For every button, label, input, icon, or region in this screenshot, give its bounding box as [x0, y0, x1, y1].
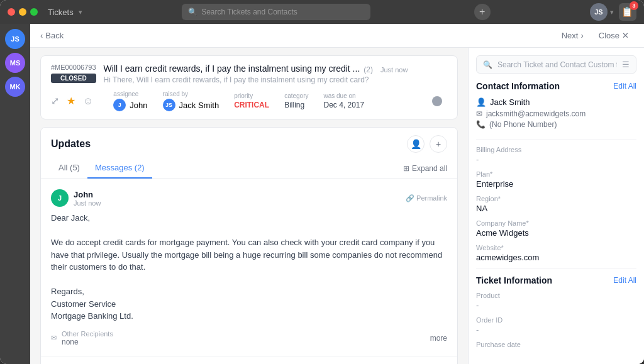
- back-label: Back: [45, 31, 64, 40]
- category-value: Billing: [284, 101, 308, 109]
- ticket-edit-all-button[interactable]: Edit All: [613, 276, 636, 285]
- region-field: Region* NA: [476, 195, 636, 213]
- category-label: category: [284, 92, 308, 99]
- message-item: JS Jack Smith 3 minutes ago 🔗 Permalink: [41, 357, 457, 365]
- contact-email-value: jacksmith@acmewidgets.com: [486, 109, 586, 118]
- add-button[interactable]: +: [474, 4, 491, 20]
- more-button[interactable]: more: [430, 334, 447, 343]
- order-id-label: Order ID: [476, 316, 636, 324]
- contact-name-value: Jack Smith: [490, 97, 530, 107]
- close-button[interactable]: Close ✕: [594, 28, 634, 43]
- notifications-button[interactable]: 📋 3: [619, 3, 636, 21]
- add-update-button[interactable]: +: [430, 135, 447, 153]
- region-value: NA: [476, 204, 636, 213]
- panel-search-input[interactable]: [497, 60, 617, 69]
- recipients-block: Other Recipients none: [62, 330, 113, 346]
- contact-info-header: Contact Information Edit All: [476, 81, 636, 91]
- tab-messages[interactable]: Messages (2): [87, 158, 152, 179]
- purchase-date-field: Purchase date: [476, 341, 636, 348]
- titlebar-right: JS ▾ 📋 3: [590, 3, 636, 21]
- main-layout: JS MS MK ‹ Back Next › Close ✕: [0, 24, 644, 364]
- global-search-bar[interactable]: 🔍: [182, 4, 370, 20]
- due-date-value: Dec 4, 2017: [323, 101, 364, 109]
- message-header: J John Just now 🔗 Permalink: [51, 189, 447, 207]
- plan-field: Plan* Enterprise: [476, 170, 636, 189]
- message-item: J John Just now 🔗 Permalink: [41, 179, 457, 357]
- fullscreen-traffic-light[interactable]: [30, 8, 38, 16]
- priority-field: priority CRITICAL: [234, 92, 269, 109]
- sidebar-avatar-js[interactable]: JS: [5, 29, 25, 49]
- star-icon[interactable]: ★: [67, 95, 75, 107]
- product-field: Product -: [476, 292, 636, 310]
- right-panel: 🔍 ☰ Contact Information Edit All 👤 Jack …: [468, 48, 644, 364]
- emoji-icon[interactable]: ☺: [83, 96, 93, 107]
- notification-badge: 3: [630, 1, 638, 10]
- company-field: Company Name* Acme Widgets: [476, 219, 636, 238]
- updates-header: Updates 👤 +: [41, 128, 457, 153]
- purchase-date-label: Purchase date: [476, 341, 636, 348]
- ticket-actions: ⤢ ★ ☺: [51, 95, 93, 107]
- tab-all[interactable]: All (5): [51, 158, 87, 179]
- permalink-button[interactable]: 🔗 Permalink: [406, 194, 447, 202]
- contact-name: 👤 Jack Smith: [476, 97, 636, 107]
- user-avatar[interactable]: JS: [590, 3, 608, 21]
- back-button[interactable]: ‹ Back: [40, 31, 64, 40]
- message-time: Just now: [74, 199, 101, 207]
- ticket-count: (2): [364, 65, 373, 74]
- sidebar-avatar-ms[interactable]: MS: [5, 53, 25, 73]
- sender-meta: John Just now: [74, 190, 101, 207]
- expand-all-label: Expand all: [412, 164, 447, 173]
- ticket-preview: Hi There, Will I earn credit rewards, if…: [104, 75, 447, 84]
- next-button[interactable]: Next ›: [557, 28, 589, 43]
- divider: [476, 139, 636, 140]
- contact-phone: 📞 (No Phone Number): [476, 120, 636, 129]
- search-icon: 🔍: [483, 60, 492, 69]
- plan-value: Enterprise: [476, 179, 636, 189]
- recipients-label: Other Recipients: [62, 330, 113, 338]
- ticket-header-card: #ME00006793 CLOSED Will I earn credit re…: [40, 55, 458, 119]
- message-body: Dear Jack, We do accept credit cards for…: [51, 212, 447, 323]
- product-label: Product: [476, 292, 636, 299]
- permalink-label: Permalink: [416, 194, 447, 202]
- close-icon: ✕: [622, 31, 629, 40]
- sidebar-avatar-mk[interactable]: MK: [5, 77, 25, 97]
- ticket-info-header: Ticket Information Edit All: [476, 275, 636, 285]
- billing-address-value: -: [476, 155, 636, 164]
- category-field: category Billing: [284, 92, 308, 109]
- expand-all-button[interactable]: ⊞ Expand all: [403, 164, 447, 173]
- billing-address-field: Billing Address -: [476, 146, 636, 164]
- close-traffic-light[interactable]: [8, 8, 15, 16]
- assignee-name: John: [130, 101, 147, 110]
- share-icon[interactable]: ⤢: [51, 95, 59, 107]
- ticket-info-section: Ticket Information Edit All Product - Or…: [476, 275, 636, 348]
- chevron-left-icon: ‹: [40, 31, 43, 40]
- sidebar: JS MS MK: [0, 24, 30, 364]
- contact-edit-all-button[interactable]: Edit All: [613, 82, 636, 91]
- contact-info-title: Contact Information: [476, 81, 560, 91]
- email-icon: ✉: [476, 109, 482, 118]
- minimize-traffic-light[interactable]: [19, 8, 26, 16]
- due-date-field: was due on Dec 4, 2017: [323, 92, 364, 109]
- message-sender-info: J John Just now: [51, 189, 101, 207]
- ticket-title-block: Will I earn credit rewards, if I pay the…: [104, 63, 447, 84]
- list-icon[interactable]: ☰: [622, 60, 630, 69]
- close-label: Close: [599, 31, 619, 40]
- sender-name: John: [74, 190, 101, 199]
- ticket-time: Just now: [380, 66, 408, 74]
- global-search-input[interactable]: [201, 8, 364, 16]
- raised-by-value: JS Jack Smith: [163, 99, 219, 111]
- panel-search[interactable]: 🔍 ☰: [476, 55, 636, 74]
- chevron-right-icon: ›: [580, 31, 583, 40]
- contact-info-block: 👤 Jack Smith ✉ jacksmith@acmewidgets.com…: [476, 97, 636, 129]
- assignee-field: assignee J John: [113, 91, 147, 111]
- nav-caret-icon: ▾: [79, 8, 82, 16]
- ticket-area: #ME00006793 CLOSED Will I earn credit re…: [30, 48, 644, 364]
- ticket-meta: ⤢ ★ ☺ assignee J John: [51, 91, 364, 111]
- topbar: ‹ Back Next › Close ✕: [30, 24, 644, 48]
- product-value: -: [476, 301, 636, 310]
- assignee-label: assignee: [113, 91, 147, 97]
- app-nav: Tickets ▾: [48, 8, 82, 17]
- mention-button[interactable]: 👤: [407, 135, 425, 153]
- priority-value: CRITICAL: [234, 101, 269, 109]
- ticket-top: #ME00006793 CLOSED Will I earn credit re…: [51, 63, 447, 84]
